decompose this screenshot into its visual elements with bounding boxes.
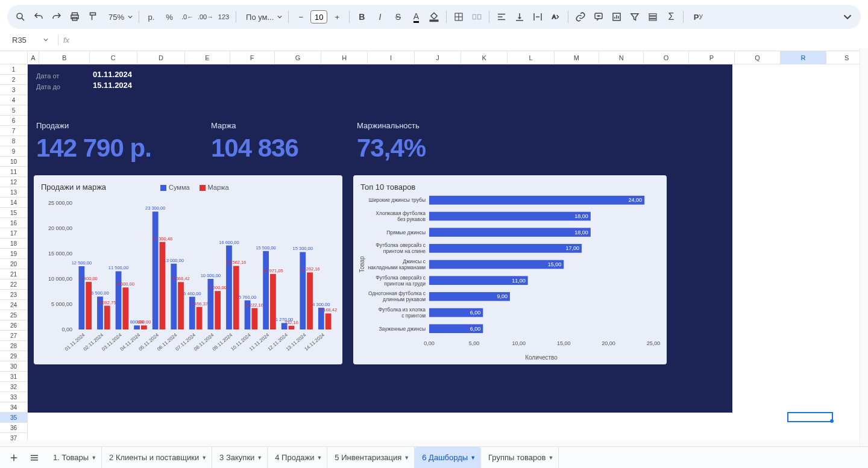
col-header-L[interactable]: L [508, 51, 554, 64]
row-header-21[interactable]: 21 [0, 269, 28, 279]
merge-cells-icon[interactable] [468, 8, 485, 25]
bold-icon[interactable]: B [353, 8, 370, 25]
print-icon[interactable] [66, 8, 83, 25]
row-header-9[interactable]: 9 [0, 146, 28, 157]
name-box[interactable]: R35 [7, 33, 53, 47]
col-header-C[interactable]: C [90, 51, 137, 64]
valign-icon[interactable] [511, 8, 528, 25]
row-header-3[interactable]: 3 [0, 85, 28, 95]
font-size-input[interactable] [310, 10, 327, 23]
font-dropdown[interactable]: По ум... [240, 13, 285, 22]
row-header-19[interactable]: 19 [0, 249, 28, 259]
row-header-36[interactable]: 36 [0, 423, 28, 433]
increase-decimal-icon[interactable]: .00→ [197, 8, 214, 25]
undo-icon[interactable] [30, 8, 47, 25]
increase-font-icon[interactable]: + [329, 8, 345, 25]
align-icon[interactable] [493, 8, 510, 25]
chart-sales-margin[interactable]: Продажи и маржа Сумма Маржа 0,005 000,00… [34, 175, 342, 364]
row-header-6[interactable]: 6 [0, 116, 28, 126]
rotate-text-icon[interactable]: A [547, 8, 564, 25]
col-header-E[interactable]: E [185, 51, 230, 64]
sheet-tab[interactable]: 5 Инвентаризация▼ [327, 447, 415, 469]
currency-icon[interactable]: р. [143, 8, 160, 25]
row-header-24[interactable]: 24 [0, 300, 28, 310]
col-header-O[interactable]: O [644, 51, 688, 64]
row-header-12[interactable]: 12 [0, 177, 28, 187]
italic-icon[interactable]: I [371, 8, 388, 25]
sheet-tab[interactable]: Группы товаров▼ [481, 447, 559, 469]
functions-icon[interactable]: Σ [662, 8, 679, 25]
search-icon[interactable] [12, 8, 29, 25]
row-header-13[interactable]: 13 [0, 187, 28, 198]
add-sheet-button[interactable] [5, 449, 23, 467]
row-header-28[interactable]: 28 [0, 341, 28, 351]
all-sheets-button[interactable] [25, 449, 43, 467]
col-header-F[interactable]: F [230, 51, 275, 64]
sheet-tab[interactable]: 4 Продажи▼ [268, 447, 327, 469]
row-header-27[interactable]: 27 [0, 331, 28, 341]
sheet-tab[interactable]: 2 Клиенты и поставщики▼ [102, 447, 212, 469]
zoom-dropdown[interactable]: 75% [102, 13, 135, 22]
filter-views-icon[interactable] [644, 8, 661, 25]
chart-top-products[interactable]: Топ 10 товаров 24,00Широкие джинсы трубы… [353, 175, 667, 364]
wrap-icon[interactable] [529, 8, 546, 25]
col-header-J[interactable]: J [415, 51, 461, 64]
row-header-25[interactable]: 25 [0, 310, 28, 320]
insert-chart-icon[interactable] [608, 8, 625, 25]
borders-icon[interactable] [450, 8, 467, 25]
col-header-A[interactable]: A [28, 51, 40, 64]
row-header-15[interactable]: 15 [0, 208, 28, 218]
text-color-icon[interactable]: A [407, 8, 424, 25]
format-123-icon[interactable]: 123 [215, 8, 232, 25]
col-header-N[interactable]: N [599, 51, 644, 64]
addons-icon[interactable]: РУ [687, 8, 709, 25]
horizontal-scrollbar[interactable] [0, 440, 860, 446]
row-header-20[interactable]: 20 [0, 259, 28, 269]
row-header-29[interactable]: 29 [0, 351, 28, 361]
col-header-M[interactable]: M [555, 51, 599, 64]
row-header-8[interactable]: 8 [0, 136, 28, 146]
paint-format-icon[interactable] [84, 8, 101, 25]
row-header-16[interactable]: 16 [0, 218, 28, 228]
selected-cell[interactable] [787, 412, 833, 422]
row-header-22[interactable]: 22 [0, 279, 28, 290]
col-header-Q[interactable]: Q [735, 51, 781, 64]
col-header-R[interactable]: R [781, 51, 826, 64]
row-header-35[interactable]: 35 [0, 413, 28, 423]
row-header-10[interactable]: 10 [0, 157, 28, 167]
row-header-1[interactable]: 1 [0, 64, 28, 75]
link-icon[interactable] [572, 8, 589, 25]
percent-icon[interactable]: % [161, 8, 178, 25]
sheet-tab[interactable]: 1. Товары▼ [46, 447, 102, 469]
col-header-H[interactable]: H [321, 51, 368, 64]
col-header-P[interactable]: P [689, 51, 735, 64]
strikethrough-icon[interactable]: S [389, 8, 406, 25]
vertical-scrollbar[interactable] [860, 48, 868, 446]
sheet-tab[interactable]: 6 Дашборды▼ [415, 447, 481, 469]
col-header-B[interactable]: B [39, 51, 89, 64]
sheet-tab[interactable]: 3 Закупки▼ [212, 447, 268, 469]
row-header-18[interactable]: 18 [0, 239, 28, 249]
more-icon[interactable] [839, 8, 856, 25]
col-header-G[interactable]: G [275, 51, 321, 64]
row-header-2[interactable]: 2 [0, 75, 28, 85]
col-header-K[interactable]: K [461, 51, 508, 64]
row-header-33[interactable]: 33 [0, 392, 28, 402]
row-header-5[interactable]: 5 [0, 105, 28, 116]
row-header-14[interactable]: 14 [0, 198, 28, 208]
redo-icon[interactable] [48, 8, 65, 25]
row-header-32[interactable]: 32 [0, 382, 28, 392]
decrease-decimal-icon[interactable]: .0← [179, 8, 196, 25]
row-header-30[interactable]: 30 [0, 361, 28, 372]
row-header-31[interactable]: 31 [0, 372, 28, 382]
row-header-7[interactable]: 7 [0, 126, 28, 136]
row-header-17[interactable]: 17 [0, 228, 28, 239]
select-all-corner[interactable] [0, 51, 28, 64]
fill-color-icon[interactable] [426, 8, 442, 25]
row-header-11[interactable]: 11 [0, 167, 28, 177]
row-header-34[interactable]: 34 [0, 402, 28, 413]
filter-icon[interactable] [626, 8, 643, 25]
row-header-23[interactable]: 23 [0, 290, 28, 300]
col-header-I[interactable]: I [368, 51, 414, 64]
decrease-font-icon[interactable]: − [292, 8, 309, 25]
